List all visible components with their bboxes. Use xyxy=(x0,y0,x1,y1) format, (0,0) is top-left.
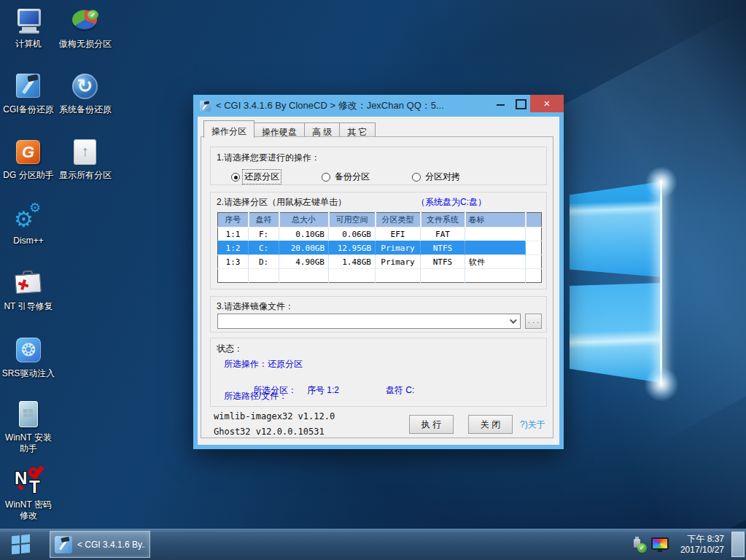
maximize-button[interactable] xyxy=(510,95,530,112)
step2-groupbox: 2.请选择分区（用鼠标左键单击） （系统盘为C:盘） 序号 盘符 总大小 可用空… xyxy=(210,192,547,289)
desktop-icon-cgi-backup[interactable]: CGI备份还原 xyxy=(1,71,55,115)
desktop-icon-aomei-partition[interactable]: ✓ 傲梅无损分区 xyxy=(58,6,112,50)
close-dialog-button[interactable]: 关 闭 xyxy=(468,415,513,434)
minimize-button[interactable] xyxy=(491,95,510,112)
window-title: < CGI 3.4.1.6 By CloneCD > 修改：JexChan QQ… xyxy=(216,99,444,112)
ghost-version: Ghost32 v12.0.0.10531 xyxy=(214,427,325,437)
desktop-icon-computer[interactable]: 计算机 xyxy=(1,6,55,50)
close-button[interactable]: × xyxy=(530,95,564,112)
taskbar: < CGI 3.4.1.6 By... ✓ 下午 8:37 2017/10/27 xyxy=(0,529,746,560)
toolbox-icon xyxy=(13,268,44,299)
radio-dot xyxy=(231,173,240,182)
title-bar[interactable]: < CGI 3.4.1.6 By CloneCD > 修改：JexChan QQ… xyxy=(193,95,564,117)
step3-title: 3.请选择镜像文件： xyxy=(217,300,546,313)
desktop-icon-show-partitions[interactable]: ↑ 显示所有分区 xyxy=(58,137,112,181)
desktop-icon-label: WinNT 密码修改 xyxy=(1,499,55,521)
wallpaper-glow-bottom xyxy=(644,367,679,402)
cgi-hammer-icon xyxy=(13,71,44,102)
col-total-size[interactable]: 总大小 xyxy=(279,213,329,228)
show-desktop-button[interactable] xyxy=(731,532,745,557)
partition-pie-icon: ✓ xyxy=(70,6,101,36)
step2-title: 2.请选择分区（用鼠标左键单击） xyxy=(217,196,346,209)
wallpaper-glow-top xyxy=(645,166,677,198)
desktop-icon-label: Dism++ xyxy=(1,236,55,246)
start-button[interactable] xyxy=(0,529,41,560)
about-link[interactable]: ?)关于 xyxy=(520,419,545,431)
clock-time: 下午 8:37 xyxy=(680,534,724,545)
wimlib-version: wimlib-imagex32 v1.12.0 xyxy=(214,411,335,421)
taskbar-button-cgi[interactable]: < CGI 3.4.1.6 By... xyxy=(50,531,150,558)
cgi-hammer-icon xyxy=(55,536,72,553)
radio-clone-partition[interactable]: 分区对拷 xyxy=(412,170,462,184)
wallpaper-window-pane-top xyxy=(570,182,661,277)
col-filesystem[interactable]: 文件系统 xyxy=(421,213,465,228)
tab-operate-disk[interactable]: 操作硬盘 xyxy=(255,122,305,138)
windows-logo-icon xyxy=(12,534,30,555)
chevron-down-icon xyxy=(510,316,517,324)
desktop-icon-system-restore[interactable]: ↻ 系统备份还原 xyxy=(58,71,112,115)
step1-groupbox: 1.请选择您要进行的操作： 还原分区 备份分区 分区对拷 xyxy=(210,147,547,185)
col-index[interactable]: 序号 xyxy=(218,213,249,228)
system-drive-note: （系统盘为C:盘） xyxy=(416,196,486,209)
desktop-icon-winnt-install[interactable]: WinNT 安装助手 xyxy=(1,400,55,454)
wallpaper-window-pane-bottom xyxy=(570,283,661,383)
glass-setup-icon xyxy=(13,400,44,430)
clock-date: 2017/10/27 xyxy=(680,545,724,556)
desktop-icon-label: 计算机 xyxy=(1,39,55,50)
status-title: 状态： xyxy=(217,343,546,355)
table-row-partition-f[interactable]: 1:1 F: 0.10GB 0.06GB EFI FAT xyxy=(218,228,542,241)
radio-dot xyxy=(322,173,330,182)
table-row-partition-d[interactable]: 1:3 D: 4.90GB 1.48GB Primary NTFS 软件 xyxy=(218,255,542,269)
table-row-partition-c-selected[interactable]: 1:2 C: 20.00GB 12.95GB Primary NTFS xyxy=(218,241,542,255)
wallpaper-pane-edge-glow xyxy=(660,180,662,384)
desktop-icon-label: 系统备份还原 xyxy=(58,104,112,115)
diskgenius-icon: G xyxy=(13,137,44,168)
app-icon xyxy=(200,101,211,112)
image-file-combobox[interactable] xyxy=(217,314,521,329)
window-content: 操作分区 操作硬盘 高 级 其 它 1.请选择您要进行的操作： 还原分区 xyxy=(198,117,559,445)
table-row-empty[interactable] xyxy=(218,269,542,283)
radio-restore-partition[interactable]: 还原分区 xyxy=(231,170,281,184)
desktop-icon-srs-driver[interactable]: ❂ SRS驱动注入 xyxy=(1,335,55,379)
radio-dot xyxy=(412,173,421,182)
display-settings-icon[interactable] xyxy=(651,537,670,553)
gears-icon: ⚙⚙ xyxy=(13,203,44,233)
restore-arrows-icon: ↻ xyxy=(70,71,101,102)
desktop-icon-label: 显示所有分区 xyxy=(58,170,112,181)
step3-groupbox: 3.请选择镜像文件： . . . xyxy=(210,296,547,332)
tab-strip: 操作分区 操作硬盘 高 级 其 它 xyxy=(203,120,376,138)
tab-advanced[interactable]: 高 级 xyxy=(305,122,340,138)
tab-operate-partition[interactable]: 操作分区 xyxy=(203,120,255,138)
status-operation: 所选操作：还原分区 xyxy=(224,358,303,370)
col-extra xyxy=(526,213,542,228)
browse-button[interactable]: . . . xyxy=(525,314,542,329)
up-arrow-icon: ↑ xyxy=(70,137,101,168)
driver-swirl-icon: ❂ xyxy=(13,335,44,366)
tab-page-operate-partition: 1.请选择您要进行的操作： 还原分区 备份分区 分区对拷 xyxy=(201,136,553,438)
status-path: 所选路径/文件： xyxy=(224,390,287,402)
desktop-icon-winnt-password[interactable]: NT WinNT 密码修改 xyxy=(1,467,55,521)
safely-remove-usb-icon[interactable]: ✓ xyxy=(631,537,647,553)
desktop-icon-nt-boot-repair[interactable]: NT 引导修复 xyxy=(1,268,55,312)
col-part-type[interactable]: 分区类型 xyxy=(376,213,421,228)
col-volume-label[interactable]: 卷标 xyxy=(465,213,526,228)
computer-icon xyxy=(13,6,44,36)
tab-other[interactable]: 其 它 xyxy=(340,122,375,138)
nt-key-icon: NT xyxy=(13,467,44,497)
desktop-icon-label: NT 引导修复 xyxy=(1,301,55,312)
desktop-icon-label: CGI备份还原 xyxy=(1,104,55,115)
desktop-icon-label: DG 分区助手 xyxy=(1,170,55,181)
desktop-icon-label: 傲梅无损分区 xyxy=(58,39,112,50)
status-groupbox: 状态： 所选操作：还原分区 所选分区：序号 1:2盘符 C: 所选路径/文件： xyxy=(210,338,547,407)
taskbar-clock[interactable]: 下午 8:37 2017/10/27 xyxy=(680,534,724,556)
execute-button[interactable]: 执 行 xyxy=(409,415,454,434)
col-free-space[interactable]: 可用空间 xyxy=(329,213,376,228)
system-tray: ✓ 下午 8:37 2017/10/27 xyxy=(631,529,746,560)
desktop-icon-dg-partition[interactable]: G DG 分区助手 xyxy=(1,137,55,181)
radio-backup-partition[interactable]: 备份分区 xyxy=(322,170,371,184)
col-drive[interactable]: 盘符 xyxy=(249,213,279,228)
taskbar-button-label: < CGI 3.4.1.6 By... xyxy=(77,540,145,550)
step1-title: 1.请选择您要进行的操作： xyxy=(217,152,546,164)
desktop: 计算机 ✓ 傲梅无损分区 CGI备份还原 ↻ 系统备份还原 G DG 分区助手 … xyxy=(0,0,746,560)
desktop-icon-dism[interactable]: ⚙⚙ Dism++ xyxy=(1,203,55,246)
